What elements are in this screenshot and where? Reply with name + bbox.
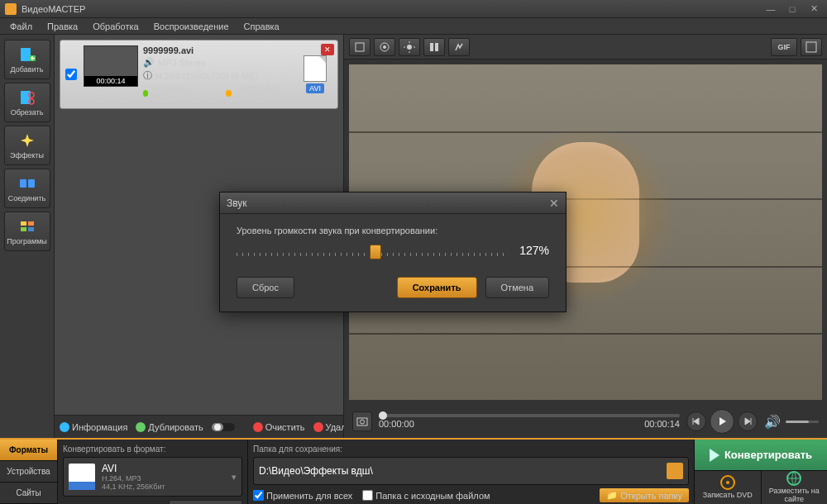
dialog-title: Звук bbox=[227, 197, 549, 209]
convert-label: Конвертировать bbox=[724, 449, 812, 461]
effects-button[interactable] bbox=[423, 38, 445, 56]
sidebar-cut[interactable]: Обрезать bbox=[4, 83, 50, 122]
file-item-checkbox[interactable] bbox=[65, 69, 77, 80]
svg-rect-24 bbox=[806, 42, 816, 52]
menu-process[interactable]: Обработка bbox=[86, 20, 145, 33]
format-file-icon bbox=[69, 464, 95, 490]
svg-point-26 bbox=[361, 420, 365, 424]
upload-site-button[interactable]: Разместить на сайте bbox=[762, 471, 828, 504]
svg-rect-0 bbox=[21, 48, 31, 61]
volume-level-slider[interactable] bbox=[237, 245, 504, 256]
parameters-button[interactable]: ⚙ Параметры bbox=[169, 500, 242, 504]
quality-dot-icon bbox=[143, 90, 148, 97]
same-folder-check[interactable]: Папка с исходным файлом bbox=[362, 488, 490, 502]
preview-toolbar: GIF bbox=[344, 35, 827, 59]
site-label: Разместить на сайте bbox=[762, 487, 828, 504]
sidebar-programs[interactable]: Программы bbox=[4, 212, 50, 251]
prev-button[interactable] bbox=[686, 411, 706, 431]
sidebar-effects[interactable]: Эффекты bbox=[4, 126, 50, 165]
svg-rect-7 bbox=[21, 221, 26, 226]
svg-point-13 bbox=[214, 424, 221, 430]
file-audio: MP3 Stereo bbox=[158, 58, 206, 68]
sidebar-merge[interactable]: Соединить bbox=[4, 169, 50, 208]
timeline-track[interactable] bbox=[379, 414, 680, 417]
play-triangle-icon bbox=[710, 449, 719, 462]
speed-button[interactable] bbox=[448, 38, 470, 56]
file-settings-link[interactable]: Настройки видео bbox=[235, 83, 293, 103]
menu-playback[interactable]: Воспроизведение bbox=[147, 20, 236, 33]
brightness-button[interactable] bbox=[399, 38, 420, 56]
apply-all-path-check[interactable]: Применить для всех bbox=[253, 488, 352, 502]
clear-icon bbox=[253, 422, 263, 432]
tab-devices[interactable]: Устройства bbox=[0, 461, 57, 483]
convert-to-label: Конвертировать в формат: bbox=[63, 445, 242, 454]
menu-file[interactable]: Файл bbox=[3, 20, 39, 33]
crop-button[interactable] bbox=[349, 38, 370, 56]
save-folder-label: Папка для сохранения: bbox=[253, 445, 689, 454]
reset-button[interactable]: Сброс bbox=[237, 277, 294, 298]
open-folder-button[interactable]: 📁Открыть папку bbox=[600, 488, 689, 502]
svg-point-28 bbox=[726, 481, 729, 484]
film-plus-icon bbox=[18, 45, 36, 64]
svg-rect-14 bbox=[356, 43, 364, 51]
file-list-item[interactable]: 9999999.avi 🔊MP3 Stereo ⓘH.264 (1280x720… bbox=[60, 40, 338, 109]
folder-icon: 📁 bbox=[606, 490, 618, 501]
sidebar-effects-label: Эффекты bbox=[10, 151, 44, 159]
disc-icon bbox=[720, 475, 735, 490]
slider-knob[interactable] bbox=[370, 245, 381, 259]
sidebar-add[interactable]: Добавить bbox=[4, 40, 50, 79]
timeline-handle[interactable] bbox=[379, 411, 387, 420]
svg-rect-25 bbox=[357, 418, 367, 426]
svg-rect-9 bbox=[21, 227, 26, 231]
app-icon bbox=[5, 3, 17, 15]
dvd-label: Записать DVD bbox=[703, 492, 753, 500]
snapshot-button[interactable] bbox=[352, 411, 372, 431]
volume-label: Уровень громкости звука при конвертирова… bbox=[237, 226, 549, 235]
file-quality: Хорошее качество bbox=[151, 83, 214, 103]
timeline[interactable]: 00:00:0000:00:14 bbox=[379, 414, 680, 429]
sparkle-icon bbox=[18, 131, 36, 150]
sidebar-programs-label: Программы bbox=[7, 237, 47, 245]
globe-icon bbox=[786, 471, 801, 486]
page-icon bbox=[304, 55, 327, 82]
volume-percent: 127% bbox=[516, 244, 549, 257]
clear-button[interactable]: Очистить bbox=[253, 422, 305, 432]
close-button[interactable]: ✕ bbox=[805, 3, 822, 15]
gif-button[interactable]: GIF bbox=[771, 38, 797, 56]
next-button[interactable] bbox=[738, 411, 758, 431]
fullscreen-button[interactable] bbox=[801, 38, 822, 56]
duplicate-button[interactable]: Дублировать bbox=[136, 422, 203, 432]
format-selector[interactable]: AVI H.264, MP3 44,1 KHz, 256Кбит ▾ bbox=[63, 457, 242, 497]
time-total: 00:00:14 bbox=[644, 419, 680, 429]
format-name: AVI bbox=[102, 463, 225, 474]
tab-formats[interactable]: Форматы bbox=[0, 440, 57, 461]
duplicate-icon bbox=[136, 422, 146, 432]
toggle-switch[interactable] bbox=[212, 421, 237, 433]
burn-dvd-button[interactable]: Записать DVD bbox=[695, 471, 762, 504]
svg-rect-8 bbox=[28, 221, 34, 226]
maximize-button[interactable]: □ bbox=[784, 3, 801, 15]
convert-button[interactable]: Конвертировать bbox=[695, 440, 827, 471]
info-button[interactable]: Информация bbox=[60, 422, 127, 432]
browse-folder-button[interactable] bbox=[667, 463, 683, 479]
svg-point-16 bbox=[383, 45, 386, 49]
trash-icon bbox=[313, 422, 323, 432]
save-button[interactable]: Сохранить bbox=[397, 277, 477, 298]
play-button[interactable] bbox=[710, 409, 734, 434]
minimize-button[interactable]: — bbox=[762, 3, 779, 15]
sidebar-add-label: Добавить bbox=[11, 65, 44, 74]
tab-sites[interactable]: Сайты bbox=[0, 483, 57, 504]
file-remove-button[interactable]: ✕ bbox=[321, 44, 334, 55]
dialog-close-button[interactable]: ✕ bbox=[549, 197, 559, 210]
menu-edit[interactable]: Правка bbox=[41, 20, 84, 33]
svg-rect-22 bbox=[430, 43, 433, 51]
volume-icon[interactable]: 🔊 bbox=[764, 414, 781, 430]
svg-rect-23 bbox=[435, 43, 438, 51]
menu-help[interactable]: Справка bbox=[237, 20, 286, 33]
cancel-button[interactable]: Отмена bbox=[485, 277, 549, 298]
volume-slider[interactable] bbox=[786, 421, 819, 423]
dialog-header[interactable]: Звук ✕ bbox=[220, 193, 566, 214]
save-path-field[interactable]: D:\Видео\Эффекты вдш\ bbox=[253, 457, 689, 485]
rotate-button[interactable] bbox=[374, 38, 395, 56]
speaker-icon: 🔊 bbox=[143, 57, 155, 68]
